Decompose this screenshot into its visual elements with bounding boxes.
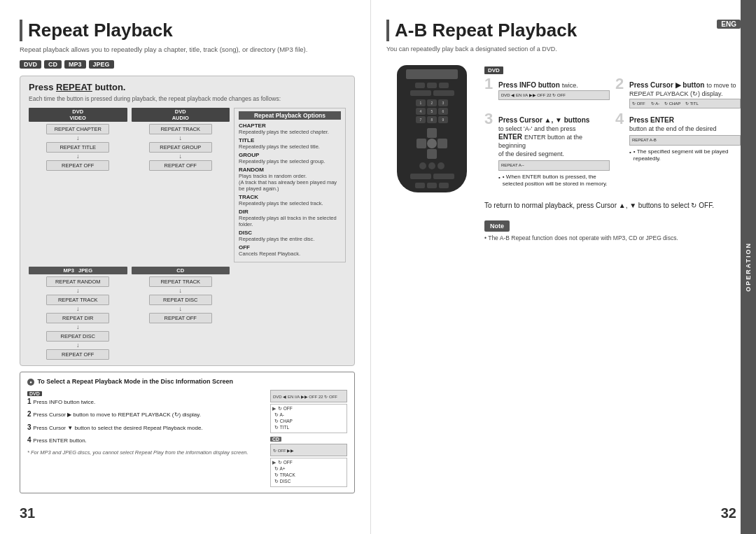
- footer-note: * For MP3 and JPEG discs, you cannot sel…: [27, 449, 265, 456]
- num-1: 1: [416, 99, 426, 106]
- dpad-up: [427, 128, 437, 138]
- screen-entry-titl: ↻ TITL: [272, 425, 345, 430]
- flow-repeat-track-cd: REPEAT TRACK: [149, 276, 212, 287]
- remote-end-3: [439, 183, 449, 188]
- dvd-screen-top: DVD ◀ EN I/A ▶▶ OFF 22 ↻ OFF: [270, 390, 347, 402]
- remote-dpad: [416, 128, 447, 159]
- right-title: A-B Repeat Playback: [386, 20, 710, 41]
- dpad-down: [427, 149, 437, 159]
- flow-repeat-track-mp3: REPEAT TRACK: [46, 295, 109, 305]
- cd-entry-track: ↻ TRACK: [272, 472, 345, 478]
- flow-repeat-off-dvd: REPEAT OFF: [46, 160, 109, 171]
- step-3-text: Press Cursor ▲, ▼ buttons to select 'A-'…: [498, 115, 610, 157]
- num-5: 5: [427, 108, 437, 115]
- step-4-note: • • The specified segment will be played…: [629, 148, 741, 163]
- steps-row-3-4: 3 Press Cursor ▲, ▼ buttons to select 'A…: [484, 114, 741, 189]
- note-content: • The A-B Repeat function does not opera…: [484, 234, 741, 241]
- press-repeat-sub: Each time the button is pressed during p…: [29, 95, 346, 102]
- flow-repeat-disc-cd: REPEAT DISC: [149, 295, 212, 305]
- flow-repeat-dir: REPEAT DIR: [46, 313, 109, 323]
- repeat-box: Press REPEAT button. Each time the butto…: [20, 76, 355, 366]
- step-2-text: Press Cursor ▶ button to move to REPEAT …: [629, 80, 741, 97]
- note-label: Note: [484, 220, 510, 232]
- remote-circle-3: [438, 162, 444, 169]
- option-title: TITLE Repeatedly plays the selected titl…: [239, 137, 341, 150]
- remote-btn-2: [427, 83, 437, 88]
- step-4-block: 4 Press ENTER button at the end of the d…: [615, 114, 741, 189]
- mode-step-1: 1 Press INFO button twice.: [27, 397, 265, 406]
- flow-repeat-off-mp3: REPEAT OFF: [46, 349, 109, 360]
- steps-column: DVD 1 Press INFO button twice.: [484, 65, 741, 520]
- flow-repeat-chapter: REPEAT CHAPTER: [46, 124, 109, 134]
- select-mode-title: ● To Select a Repeat Playback Mode in th…: [27, 378, 347, 386]
- remote-bottom-1: [410, 174, 431, 179]
- screen-entry-chap: ↻ CHAP: [272, 419, 345, 424]
- dpad-right: [438, 139, 447, 148]
- step-3-note: • • When ENTER button is pressed, the se…: [498, 174, 610, 188]
- remote-btn-wide-1: [410, 90, 431, 96]
- mode-steps-screens: DVD ◀ EN I/A ▶▶ OFF 22 ↻ OFF ▶ ↻ OFF ↻ A…: [270, 390, 347, 487]
- flow-repeat-disc-mp3: REPEAT DISC: [46, 331, 109, 342]
- step-1-block: 1 Press INFO button twice. DVD ◀ EN I/A …: [484, 79, 610, 108]
- press-repeat-title: Press REPEAT button.: [29, 82, 346, 92]
- remote-screen: [406, 69, 458, 79]
- remote-circle-1: [419, 162, 426, 169]
- step-3-block: 3 Press Cursor ▲, ▼ buttons to select 'A…: [484, 114, 610, 189]
- dvd-label-right: DVD: [484, 66, 503, 74]
- left-subtitle: Repeat playback allows you to repeatedly…: [20, 45, 355, 53]
- option-random: RANDOM Plays tracks in random order.(A t…: [239, 167, 341, 192]
- step-4-text: Press ENTER button at the end of the des…: [629, 115, 741, 132]
- right-page: A-B Repeat Playback You can repeatedly p…: [371, 0, 756, 534]
- remote-bottom-2: [433, 174, 454, 179]
- num-3: 3: [438, 99, 448, 106]
- left-title: Repeat Playback: [20, 20, 355, 41]
- option-track: TRACK Repeatedly plays the selected trac…: [239, 194, 341, 206]
- operation-label: OPERATION: [745, 242, 752, 292]
- flow-repeat-title: REPEAT TITLE: [46, 142, 109, 153]
- option-disc: DISC Repeatedly plays the entire disc.: [239, 230, 341, 242]
- dvd-video-col: DVDVIDEO REPEAT CHAPTER ↓ REPEAT TITLE ↓…: [29, 108, 127, 262]
- mode-step-3: 3 Press Cursor ▼ button to select the de…: [27, 423, 265, 432]
- screen-entry-a: ↻ A-: [272, 412, 345, 418]
- cd-col: CD REPEAT TRACK ↓ REPEAT DISC ↓ REPEAT O…: [132, 267, 230, 360]
- num-8: 8: [427, 116, 437, 123]
- options-box: Repeat Playback Options CHAPTER Repeated…: [234, 108, 346, 262]
- num-4: 4: [416, 108, 426, 115]
- num-7: 7: [416, 116, 426, 123]
- remote-btn-3: [439, 83, 449, 88]
- remote-end-2: [427, 183, 437, 188]
- num-9: 9: [438, 116, 448, 123]
- format-badges: DVD CD MP3 JPEG: [20, 60, 355, 69]
- option-group: GROUP Repeatedly plays the selected grou…: [239, 152, 341, 164]
- remote-column: 1 2 3 4 5 6 7 8 9: [386, 65, 477, 520]
- left-page: Repeat Playback Repeat playback allows y…: [0, 0, 371, 534]
- cd-entry-disc: ↻ DISC: [272, 479, 345, 484]
- cd-screen-top: ↻ OFF ▶▶: [270, 444, 347, 456]
- step-2-block: 2 Press Cursor ▶ button to move to REPEA…: [615, 79, 741, 108]
- jpeg-badge: JPEG: [89, 60, 114, 69]
- options-title: Repeat Playback Options: [239, 111, 341, 120]
- mp3-badge: MP3: [64, 60, 86, 69]
- dvd-badge: DVD: [20, 60, 41, 69]
- screen-entry-off: ▶ ↻ OFF: [272, 406, 345, 412]
- operation-sidebar: OPERATION: [741, 0, 756, 534]
- mp3-col: MP3 JPEG REPEAT RANDOM ↓ REPEAT TRACK ↓ …: [29, 267, 127, 360]
- return-text: To return to normal playback, press Curs…: [484, 201, 741, 211]
- remote-control: 1 2 3 4 5 6 7 8 9: [397, 65, 467, 192]
- right-header: A-B Repeat Playback You can repeatedly p…: [386, 20, 741, 59]
- step-1-text: Press INFO button twice.: [498, 80, 610, 89]
- cd-badge: CD: [44, 60, 62, 69]
- note-section: Note • The A-B Repeat function does not …: [484, 220, 741, 241]
- option-dir: DIR Repeatedly plays all tracks in the s…: [239, 209, 341, 227]
- remote-circle-2: [428, 162, 435, 169]
- cd-entry-off: ▶ ↻ OFF: [272, 460, 345, 465]
- eng-badge: ENG: [717, 20, 741, 29]
- option-off: OFF Cancels Repeat Playback.: [239, 244, 341, 257]
- step-1-screen: DVD ◀ EN I/A ▶▶ OFF 22 ↻ OFF: [498, 90, 610, 100]
- dvd-audio-col: DVDAUDIO REPEAT TRACK ↓ REPEAT GROUP ↓ R…: [132, 108, 230, 262]
- step-2-screen: ↻ OFF ↻ A- ↻ CHAP ↻ TITL: [629, 99, 741, 108]
- right-subtitle: You can repeatedly play back a designate…: [386, 45, 710, 52]
- num-6: 6: [438, 108, 448, 115]
- flow-repeat-group: REPEAT GROUP: [149, 142, 212, 153]
- remote-btn-wide-2: [433, 90, 454, 96]
